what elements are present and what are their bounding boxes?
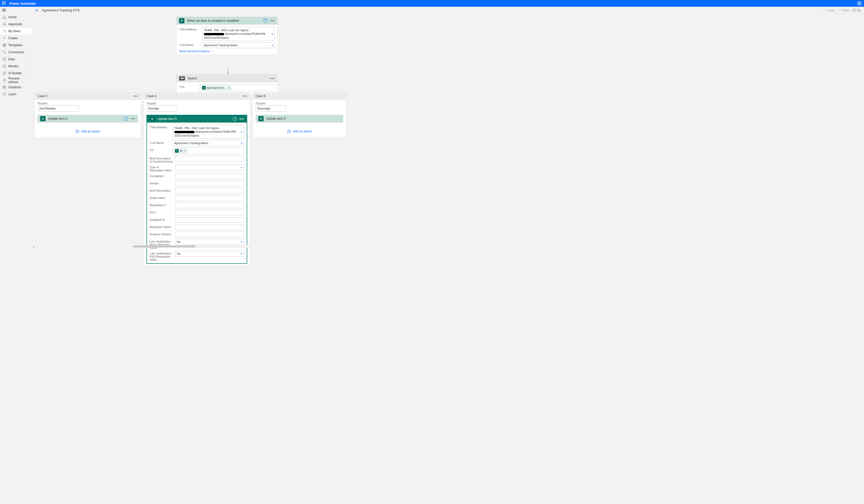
home-icon xyxy=(3,15,6,19)
form-text-field[interactable] xyxy=(175,181,244,187)
case-6: Case 6 ••• *Equals Docusign S Update ite… xyxy=(253,93,346,266)
more-icon[interactable]: ••• xyxy=(239,118,244,120)
more-icon[interactable]: ••• xyxy=(133,95,138,97)
remove-token-icon[interactable]: ✕ xyxy=(228,86,230,89)
chevron-down-icon[interactable]: ▾ xyxy=(272,44,273,47)
action-header-selected[interactable]: S Update item 5 ? ••• xyxy=(147,115,247,122)
field-label: *List Name xyxy=(179,42,200,47)
more-icon[interactable]: ••• xyxy=(242,95,247,97)
nav-templates[interactable]: Templates xyxy=(0,41,32,49)
svg-point-2 xyxy=(5,32,5,32)
case-header[interactable]: Case 3 ••• xyxy=(35,93,141,100)
form-text-field[interactable] xyxy=(175,224,244,230)
add-action-button[interactable]: Add an action xyxy=(255,129,343,133)
nav-approvals[interactable]: Approvals xyxy=(0,21,32,27)
site-address-field[interactable]: TEAM - PM - 2022 Lean Six Sigma - .share… xyxy=(172,125,244,139)
field-label: Late Justification PSS Requested Value xyxy=(149,251,173,261)
equals-value-field[interactable]: 2nd Review xyxy=(37,105,79,112)
nav-process-advisor[interactable]: Process advisor xyxy=(0,76,32,84)
dynamic-token[interactable]: S ID ✕ xyxy=(174,148,188,153)
form-text-field[interactable] xyxy=(175,203,244,208)
add-action-icon xyxy=(75,129,80,133)
equals-value-field[interactable]: Docstar xyxy=(146,105,177,112)
chevron-down-icon[interactable]: ▾ xyxy=(241,130,242,133)
nav-ai-builder[interactable]: AI Builder xyxy=(0,70,32,76)
equals-label: *Equals xyxy=(146,102,247,105)
form-select-field[interactable]: No▾ xyxy=(175,239,244,244)
action-header[interactable]: S Update item 3 ? xyxy=(256,115,343,122)
site-address-field[interactable]: TEAM - PM - 2022 Lean Six Sigma - .share… xyxy=(202,27,275,41)
main-content: Agreement Tracking DTS Undo Redo Co S Wh… xyxy=(32,7,864,504)
nav-connectors[interactable]: Connectors xyxy=(0,49,32,56)
list-name-field[interactable]: Agreement Tracking Matrix▾ xyxy=(172,140,244,146)
add-action-button[interactable]: Add an action xyxy=(37,129,138,133)
list-name-field[interactable]: Agreement Tracking Matrix ▾ xyxy=(202,42,275,48)
form-text-field[interactable] xyxy=(175,188,244,194)
monitor-icon xyxy=(3,64,6,68)
sharepoint-icon: S xyxy=(149,116,155,121)
form-text-field[interactable] xyxy=(175,156,244,161)
case-header[interactable]: Case 4 ••• xyxy=(144,93,250,100)
app-launcher-icon[interactable] xyxy=(2,1,6,5)
nav-monitor[interactable]: Monitor xyxy=(0,63,32,70)
designer-canvas[interactable]: S When an item is created or modified ? … xyxy=(32,14,864,504)
nav-label: My flows xyxy=(8,29,21,33)
switch-header[interactable]: ⊞⊞ Switch ••• xyxy=(177,74,277,82)
field-row: Program Division xyxy=(149,232,244,237)
chevron-down-icon[interactable]: ▾ xyxy=(241,240,242,243)
more-icon[interactable]: ••• xyxy=(270,77,275,80)
help-icon[interactable]: ? xyxy=(233,117,237,121)
id-field[interactable]: S ID ✕ xyxy=(172,147,244,154)
show-advanced-link[interactable]: Show advanced options xyxy=(179,50,275,53)
nav-my-flows[interactable]: My flows xyxy=(0,27,32,35)
help-icon[interactable]: ? xyxy=(124,117,128,121)
chevron-down-icon[interactable]: ▾ xyxy=(241,252,242,255)
equals-value-field[interactable]: Docusign xyxy=(255,105,286,112)
form-text-field[interactable] xyxy=(175,173,244,179)
undo-button[interactable]: Undo xyxy=(823,9,835,12)
switch-on-field[interactable]: S big board choi… ✕ xyxy=(200,84,275,91)
nav-home[interactable]: Home xyxy=(0,13,32,21)
nav-create[interactable]: Create xyxy=(0,35,32,41)
nav-learn[interactable]: Learn xyxy=(0,91,32,98)
trigger-header[interactable]: S When an item is created or modified ? … xyxy=(177,17,277,25)
remove-token-icon[interactable]: ✕ xyxy=(184,149,186,152)
nav-collapse-button[interactable] xyxy=(0,7,32,13)
comments-button[interactable]: Co xyxy=(852,9,861,12)
chevron-down-icon xyxy=(26,65,29,68)
chevron-down-icon[interactable]: ▾ xyxy=(241,142,242,144)
form-select-field[interactable]: ▾ xyxy=(175,165,244,170)
nav-data[interactable]: Data xyxy=(0,56,32,63)
field-label: Completed xyxy=(149,173,173,178)
form-text-field[interactable] xyxy=(175,195,244,201)
form-text-field[interactable] xyxy=(175,232,244,237)
more-icon[interactable]: ••• xyxy=(270,20,275,22)
svg-rect-10 xyxy=(3,65,6,67)
switch-icon: ⊞⊞ xyxy=(179,76,185,81)
chevron-down-icon[interactable]: ▾ xyxy=(241,166,242,169)
form-text-field[interactable] xyxy=(175,217,244,223)
scrollbar-thumb[interactable] xyxy=(133,245,195,248)
field-row: Assigned To xyxy=(149,217,244,223)
redo-button[interactable]: Redo xyxy=(838,9,850,12)
horizontal-scrollbar[interactable]: ◂ xyxy=(32,245,447,248)
case-header[interactable]: Case 6 ••• xyxy=(253,93,346,100)
sharepoint-icon: S xyxy=(202,86,206,89)
redacted xyxy=(174,131,194,133)
help-icon[interactable]: ? xyxy=(263,19,267,23)
environment-icon[interactable] xyxy=(857,1,862,6)
process-icon xyxy=(3,79,6,82)
form-text-field[interactable] xyxy=(175,210,244,216)
dynamic-token[interactable]: S big board choi… ✕ xyxy=(201,85,231,90)
field-row: Vendor xyxy=(149,181,244,187)
form-select-field[interactable]: No▾ xyxy=(175,251,244,256)
action-header[interactable]: S Update item 4 ? ••• xyxy=(38,115,138,122)
equals-label: *Equals xyxy=(37,102,138,105)
redacted xyxy=(204,33,224,35)
field-label: Type of Requisition Value xyxy=(149,165,173,172)
nav-solutions[interactable]: Solutions xyxy=(0,84,32,91)
more-icon[interactable]: ••• xyxy=(131,117,135,120)
chevron-down-icon[interactable]: ▾ xyxy=(272,32,273,35)
back-button[interactable] xyxy=(35,8,39,12)
svg-rect-3 xyxy=(3,44,4,45)
